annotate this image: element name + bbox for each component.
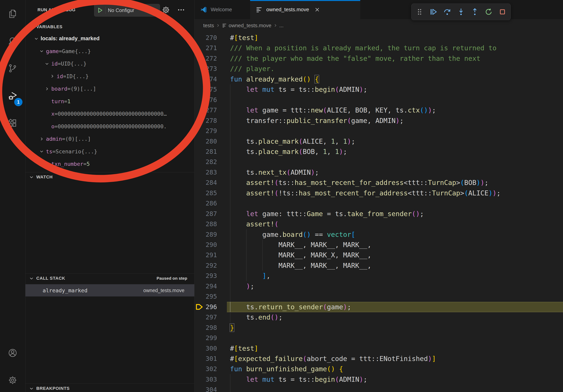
activity-item-settings[interactable]	[0, 368, 25, 392]
call-stack-frame[interactable]: already_marked owned_tests.move	[25, 284, 194, 297]
activity-item-extensions[interactable]	[0, 111, 25, 135]
call-stack-section-header[interactable]: CALL STACK Paused on step	[25, 274, 194, 283]
launch-config-dropdown[interactable]: No Configur	[94, 4, 160, 17]
line-number[interactable]: 292	[194, 260, 217, 271]
line-number[interactable]: 300	[194, 343, 217, 354]
variable-row-admin[interactable]: admin = (0)[...]	[25, 133, 206, 145]
code-line-295: 295	[194, 291, 563, 302]
code-line-278: 278 transfer::public_transfer(game, ADMI…	[194, 116, 563, 126]
chevron-spacer	[43, 97, 51, 105]
chevron-down-icon[interactable]	[43, 59, 51, 68]
editor-region[interactable]: Welcomeowned_tests.move testsowned_tests…	[194, 0, 563, 392]
move-file-icon	[222, 23, 227, 28]
line-number[interactable]: 288	[194, 219, 217, 229]
breadcrumb-item[interactable]: tests	[203, 23, 214, 29]
variable-row-id[interactable]: id = ID{...}	[25, 70, 217, 82]
continue-button[interactable]	[426, 5, 440, 19]
tab-welcome[interactable]: Welcome	[194, 0, 250, 19]
variable-row-ts[interactable]: ts = Scenario{...}	[25, 145, 206, 158]
line-number[interactable]: 302	[194, 364, 217, 374]
chevron-right-icon[interactable]	[48, 72, 57, 80]
line-number[interactable]: 289	[194, 229, 217, 240]
chevron-down-icon[interactable]	[37, 147, 46, 156]
activity-item-search[interactable]	[0, 29, 25, 53]
equals: =	[62, 136, 65, 142]
code-text: transfer::public_transfer(game, ADMIN);	[230, 116, 563, 126]
chevron-down-icon[interactable]	[32, 34, 41, 43]
activity-item-run-and-debug[interactable]: 1	[0, 84, 25, 108]
vscode-logo-icon	[200, 6, 207, 13]
start-debug-icon[interactable]	[97, 7, 103, 14]
variable-row-board[interactable]: board = (9)[...]	[25, 82, 212, 95]
line-number[interactable]: 295	[194, 291, 217, 302]
equals: =	[54, 123, 58, 130]
code-line-279: 279	[194, 126, 563, 136]
line-number[interactable]: 285	[194, 188, 217, 198]
line-number[interactable]: 296	[194, 302, 217, 312]
code-text: ],	[230, 271, 563, 281]
activity-item-source-control[interactable]	[0, 56, 25, 80]
line-number[interactable]: 294	[194, 281, 217, 291]
chevron-right-icon[interactable]	[43, 84, 51, 93]
line-number[interactable]: 301	[194, 353, 217, 364]
variable-name: turn	[51, 98, 64, 105]
breadcrumb-separator-icon	[216, 23, 220, 28]
variable-value: Game{...}	[62, 48, 91, 54]
stop-button[interactable]	[496, 5, 509, 19]
step-out-button[interactable]	[468, 5, 482, 19]
line-number[interactable]: 298	[194, 323, 217, 333]
line-number[interactable]: 303	[194, 374, 217, 385]
code-line-286: 286	[194, 198, 563, 209]
variable-row-x[interactable]: x = 000000000000000000000000000000000…	[25, 108, 212, 120]
restart-button[interactable]	[482, 5, 496, 19]
variable-value: Scenario{...}	[56, 148, 97, 155]
line-number[interactable]: 286	[194, 198, 217, 209]
equals: =	[58, 61, 61, 67]
line-number[interactable]: 297	[194, 312, 217, 323]
activity-item-account[interactable]	[0, 341, 25, 365]
tab-owned-tests-move[interactable]: owned_tests.move	[250, 0, 360, 19]
code-text: let mut ts = ts::begin(ADMIN);	[230, 84, 563, 95]
variable-row-game[interactable]: game = Game{...}	[25, 45, 206, 57]
gear-icon[interactable]	[162, 6, 170, 14]
line-number[interactable]: 291	[194, 250, 217, 260]
drag-handle-button[interactable]	[413, 5, 426, 19]
watch-section-header[interactable]: WATCH	[25, 172, 194, 182]
source-control-icon	[8, 64, 17, 73]
activity-item-explorer[interactable]	[0, 2, 25, 26]
variable-value: 000000000000000000000000000000000…	[58, 111, 167, 117]
line-number[interactable]: 293	[194, 271, 217, 281]
code-line-297: 297 ts.end();	[194, 312, 563, 323]
code-editor[interactable]: 270#[test]271/// When a position is alre…	[194, 32, 563, 392]
code-text: let game: ttt::Game = ts.take_from_sende…	[230, 209, 563, 219]
code-line-298: 298}	[194, 323, 563, 333]
chevron-down-icon[interactable]	[37, 47, 46, 55]
close-icon[interactable]	[314, 7, 320, 13]
variable-row-o[interactable]: o = 000000000000000000000000000000000.	[25, 120, 212, 133]
variable-row-turn[interactable]: turn = 1	[25, 95, 212, 108]
breakpoints-section-header[interactable]: BREAKPOINTS	[25, 384, 194, 392]
breadcrumb-item[interactable]: ...	[279, 23, 284, 29]
variable-name: txn_number	[51, 161, 83, 167]
code-line-284: 284 assert!(ts::has_most_recent_for_addr…	[194, 177, 563, 188]
step-into-button[interactable]	[454, 5, 468, 19]
line-number[interactable]: 290	[194, 240, 217, 250]
code-line-273: 273/// player.	[194, 64, 563, 74]
variables-scope-row[interactable]: locals: already_marked	[25, 32, 201, 45]
line-number[interactable]: 287	[194, 209, 217, 219]
variable-row-id[interactable]: id = UID{...}	[25, 57, 212, 70]
line-number[interactable]: 284	[194, 177, 217, 188]
line-number[interactable]: 299	[194, 333, 217, 343]
indent-guide	[230, 384, 230, 392]
variables-section-header[interactable]: VARIABLES	[25, 22, 194, 32]
code-line-300: 300#[test]	[194, 343, 563, 354]
code-line-282: 282	[194, 157, 563, 167]
breadcrumb-separator-icon	[273, 23, 278, 28]
line-number[interactable]: 304	[194, 384, 217, 392]
step-over-button[interactable]	[440, 5, 454, 19]
chevron-right-icon[interactable]	[37, 135, 46, 143]
breadcrumb-item[interactable]: owned_tests.move	[229, 23, 271, 29]
more-actions-icon[interactable]	[177, 6, 185, 14]
extensions-icon	[8, 118, 17, 128]
variable-row-txn_number[interactable]: txn_number = 5	[25, 158, 212, 170]
